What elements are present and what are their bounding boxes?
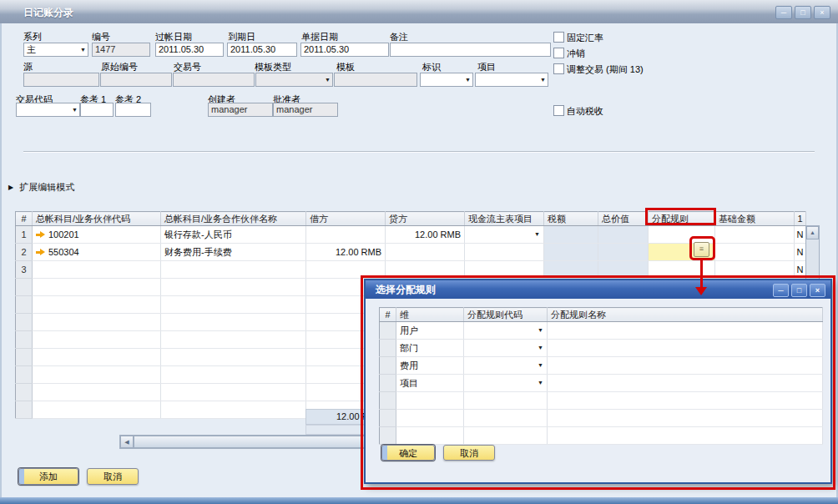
account-name-cell[interactable]: 财务费用-手续费 bbox=[161, 244, 306, 261]
rule-code-cell[interactable]: ▼ bbox=[464, 375, 548, 392]
fixed-exchange-rate-checkbox[interactable] bbox=[553, 32, 564, 43]
scroll-up-icon[interactable]: ▲ bbox=[806, 226, 819, 239]
dimension-row[interactable]: 项目 ▼ bbox=[380, 375, 823, 392]
journal-line-row[interactable]: 1 100201 银行存款-人民币 12.00 RMB ▼ N bbox=[16, 226, 806, 244]
dimension-row[interactable]: 用户 ▼ bbox=[380, 322, 823, 340]
col-rule-name[interactable]: 分配规则名称 bbox=[548, 308, 823, 322]
grid-cell bbox=[548, 392, 823, 410]
journal-line-row[interactable]: 2 550304 财务费用-手续费 12.00 RMB N bbox=[16, 244, 806, 261]
indicator-select[interactable]: ▼ bbox=[420, 73, 473, 87]
document-date-field[interactable]: 2011.05.30 bbox=[300, 43, 389, 57]
template-type-select[interactable]: ▼ bbox=[255, 73, 333, 87]
debit-cell[interactable] bbox=[306, 261, 386, 279]
col-gross[interactable]: 总价值 bbox=[598, 212, 649, 226]
dialog-cancel-button[interactable]: 取消 bbox=[443, 445, 495, 461]
adjustment-transaction-checkbox[interactable] bbox=[553, 63, 564, 74]
adjustment-transaction-label: 调整交易 (期间 13) bbox=[567, 63, 644, 76]
maximize-icon[interactable]: □ bbox=[791, 284, 807, 297]
add-button[interactable]: 添加 bbox=[18, 468, 78, 485]
base-amount-cell[interactable] bbox=[715, 244, 795, 261]
col-debit[interactable]: 借方 bbox=[306, 212, 386, 226]
row-number-cell bbox=[16, 401, 33, 419]
number-field: 1477 bbox=[92, 43, 150, 57]
posting-date-field[interactable]: 2011.05.30 bbox=[155, 43, 224, 57]
dimension-row-empty[interactable] bbox=[380, 427, 823, 445]
dimension-row[interactable]: 费用 ▼ bbox=[380, 357, 823, 375]
distribution-rule-cell[interactable] bbox=[649, 261, 715, 279]
col-account-name[interactable]: 总帐科目/业务合作伙伴名称 bbox=[161, 212, 306, 226]
base-amount-cell[interactable] bbox=[715, 261, 795, 279]
close-icon[interactable]: × bbox=[814, 6, 830, 19]
credit-cell[interactable] bbox=[386, 261, 465, 279]
dimension-row[interactable]: 部门 ▼ bbox=[380, 340, 823, 357]
table-header-row: # 总帐科目/业务伙伴代码 总帐科目/业务合作伙伴名称 借方 贷方 现金流主表项… bbox=[16, 212, 806, 226]
col-distribution-rule[interactable]: 分配规则 bbox=[649, 212, 715, 226]
cashflow-cell[interactable] bbox=[465, 244, 544, 261]
col-rule-code[interactable]: 分配规则代码 bbox=[464, 308, 548, 322]
col-dimension[interactable]: 维 bbox=[396, 308, 464, 322]
minimize-icon[interactable]: ─ bbox=[775, 6, 792, 19]
due-date-field[interactable]: 2011.05.30 bbox=[227, 43, 297, 57]
debit-cell[interactable]: 12.00 RMB bbox=[306, 244, 386, 261]
chevron-down-icon[interactable]: ▼ bbox=[538, 322, 543, 339]
col-account-code[interactable]: 总帐科目/业务伙伴代码 bbox=[33, 212, 161, 226]
distribution-rule-cell[interactable] bbox=[649, 226, 715, 244]
close-icon[interactable]: × bbox=[810, 284, 825, 297]
rule-code-cell[interactable]: ▼ bbox=[464, 340, 548, 357]
row-number-cell bbox=[16, 296, 33, 314]
col-credit[interactable]: 贷方 bbox=[386, 212, 465, 226]
project-select[interactable]: ▼ bbox=[475, 73, 548, 87]
col-base-amount[interactable]: 基础金额 bbox=[715, 212, 795, 226]
debit-cell[interactable] bbox=[306, 226, 386, 244]
reverse-checkbox[interactable] bbox=[553, 48, 564, 58]
account-code-cell[interactable]: 100201 bbox=[33, 226, 161, 244]
cancel-button[interactable]: 取消 bbox=[87, 468, 139, 485]
transaction-code-select[interactable]: ▼ bbox=[16, 103, 80, 117]
rule-code-cell[interactable]: ▼ bbox=[464, 322, 548, 340]
rule-name-cell bbox=[548, 375, 823, 392]
expand-arrow-icon: ▶ bbox=[8, 184, 13, 191]
due-date-label: 到期日 bbox=[228, 31, 255, 43]
reference1-field[interactable] bbox=[80, 103, 114, 117]
col-tax[interactable]: 税额 bbox=[544, 212, 598, 226]
indicator-label: 标识 bbox=[422, 61, 441, 73]
account-name-cell[interactable] bbox=[161, 261, 306, 279]
remarks-field[interactable] bbox=[390, 43, 551, 57]
journal-line-row[interactable]: 3 N bbox=[16, 261, 806, 279]
cashflow-cell[interactable] bbox=[465, 261, 544, 279]
account-code-cell[interactable]: 550304 bbox=[33, 244, 161, 261]
transaction-number-label: 交易号 bbox=[174, 61, 201, 73]
link-arrow-icon[interactable] bbox=[36, 231, 45, 239]
cashflow-cell[interactable]: ▼ bbox=[465, 226, 544, 244]
window-titlebar[interactable]: 日记账分录 ─ □ × bbox=[0, 0, 838, 23]
account-name-cell[interactable]: 银行存款-人民币 bbox=[161, 226, 306, 244]
col-cashflow[interactable]: 现金流主表项目 bbox=[465, 212, 544, 226]
expanded-edit-mode-toggle[interactable]: ▶ 扩展编辑模式 bbox=[8, 181, 74, 194]
row-number-cell bbox=[16, 314, 33, 331]
scroll-left-icon[interactable]: ◀ bbox=[120, 436, 134, 448]
rule-code-cell[interactable]: ▼ bbox=[464, 357, 548, 375]
chevron-down-icon[interactable]: ▼ bbox=[534, 226, 540, 243]
maximize-icon[interactable]: □ bbox=[795, 6, 811, 19]
credit-cell[interactable] bbox=[386, 244, 465, 261]
dialog-titlebar[interactable]: 选择分配规则 ─ □ × bbox=[366, 280, 830, 299]
dimension-row-empty[interactable] bbox=[380, 410, 823, 427]
reference2-field[interactable] bbox=[115, 103, 151, 117]
minimize-icon[interactable]: ─ bbox=[773, 284, 789, 297]
posting-date-label: 过帐日期 bbox=[155, 31, 192, 43]
distribution-rule-table[interactable]: # 维 分配规则代码 分配规则名称 用户 ▼ 部门 ▼ bbox=[379, 307, 823, 445]
row-number-cell bbox=[380, 375, 396, 392]
chevron-down-icon[interactable]: ▼ bbox=[538, 357, 543, 374]
credit-cell[interactable]: 12.00 RMB bbox=[386, 226, 465, 244]
browse-distribution-rule-button[interactable]: ≡ bbox=[694, 242, 709, 257]
automatic-tax-checkbox[interactable] bbox=[553, 105, 564, 116]
series-select[interactable]: 主 ▼ bbox=[23, 43, 88, 57]
link-arrow-icon[interactable] bbox=[36, 249, 45, 256]
chevron-down-icon[interactable]: ▼ bbox=[538, 375, 543, 391]
chevron-down-icon[interactable]: ▼ bbox=[538, 340, 543, 356]
row-number-cell: 2 bbox=[16, 244, 33, 261]
ok-button[interactable]: 确定 bbox=[381, 445, 435, 461]
dimension-row-empty[interactable] bbox=[380, 392, 823, 410]
base-amount-cell[interactable] bbox=[715, 226, 795, 244]
account-code-cell[interactable] bbox=[33, 261, 161, 279]
